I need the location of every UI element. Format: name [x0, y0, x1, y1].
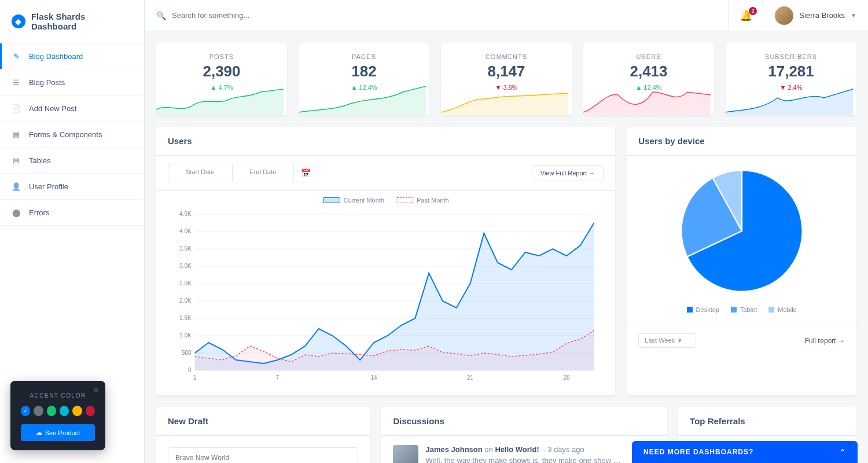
users-chart-area: Current Month Past Month 05001.0K1.5K2.0…	[156, 191, 615, 395]
svg-text:4.0K: 4.0K	[179, 228, 192, 234]
stat-value: 2,413	[594, 63, 704, 80]
users-chart-card: Users Start Date End Date 📅 View Full Re…	[156, 127, 615, 395]
nav-item-user-profile[interactable]: 👤User Profile	[0, 174, 144, 200]
discussions-title: Discussions	[381, 407, 667, 436]
chevron-up-icon: ⌃	[840, 448, 846, 456]
svg-text:1: 1	[193, 374, 197, 381]
stat-label: USERS	[594, 53, 704, 60]
stat-card-posts[interactable]: POSTS 2,390 ▲4.7%	[156, 43, 287, 115]
color-row: ✓	[21, 406, 95, 416]
stat-label: PAGES	[309, 53, 419, 60]
start-date-input[interactable]: Start Date	[168, 164, 233, 182]
user-menu[interactable]: Sierra Brooks ▼	[763, 0, 868, 31]
user-name: Sierra Brooks	[799, 11, 845, 20]
nav-item-blog-posts[interactable]: ☰Blog Posts	[0, 69, 144, 95]
topbar-right: 🔔 2 Sierra Brooks ▼	[729, 0, 868, 31]
nav-item-tables[interactable]: ▤Tables	[0, 148, 144, 174]
device-card-title: Users by device	[627, 127, 856, 156]
promo-bar[interactable]: NEED MORE DASHBOARDS? ⌃	[632, 441, 858, 463]
main: 🔍 🔔 2 Sierra Brooks ▼ POSTS 2,390 ▲4.7%	[145, 0, 868, 463]
svg-text:4.5K: 4.5K	[179, 211, 192, 217]
device-legend: Desktop Tablet Mobile	[687, 306, 797, 313]
svg-text:3.5K: 3.5K	[179, 245, 192, 252]
error-icon: ⬤	[12, 208, 21, 217]
draft-card-title: New Draft	[156, 407, 370, 436]
stat-card-comments[interactable]: COMMENTS 8,147 ▼3.8%	[441, 43, 572, 115]
plus-file-icon: 📄	[12, 104, 21, 113]
stat-label: COMMENTS	[451, 53, 561, 60]
cloud-icon: ☁	[36, 429, 42, 436]
search-wrap: 🔍	[145, 11, 729, 20]
users-card-title: Users	[156, 127, 615, 156]
grid-icon: ▦	[12, 130, 21, 139]
device-full-report-link[interactable]: Full report →	[805, 337, 845, 345]
brand-title: Flask Shards Dashboard	[31, 12, 133, 31]
brand-icon: ◆	[12, 14, 25, 28]
close-icon[interactable]: ✕	[93, 385, 100, 395]
svg-text:1.0K: 1.0K	[179, 332, 192, 339]
date-range: Start Date End Date 📅	[168, 164, 318, 182]
device-body: Desktop Tablet Mobile	[627, 156, 856, 325]
stat-card-users[interactable]: USERS 2,413 ▲12.4%	[583, 43, 714, 115]
end-date-input[interactable]: End Date	[233, 164, 295, 182]
svg-text:2.5K: 2.5K	[179, 280, 192, 286]
svg-text:0: 0	[188, 367, 192, 373]
table-icon: ▤	[12, 156, 21, 165]
stat-label: SUBSCRIBERS	[736, 53, 846, 60]
svg-text:21: 21	[467, 374, 474, 381]
nav-item-errors[interactable]: ⬤Errors	[0, 200, 144, 226]
stat-value: 2,390	[167, 63, 277, 80]
nav-item-add-post[interactable]: 📄Add New Post	[0, 95, 144, 122]
svg-text:7: 7	[276, 374, 279, 381]
color-dot[interactable]	[72, 406, 82, 416]
device-period-select[interactable]: Last Week ▾	[638, 333, 696, 348]
list-icon: ☰	[12, 78, 21, 87]
search-input[interactable]	[172, 11, 717, 20]
referrals-title: Top Referrals	[678, 407, 856, 436]
draft-title-input[interactable]	[168, 447, 358, 463]
users-toolbar: Start Date End Date 📅 View Full Report →	[156, 156, 615, 191]
color-dot[interactable]: ✓	[21, 406, 30, 416]
nav-item-blog-dashboard[interactable]: ✎Blog Dashboard	[0, 43, 144, 69]
caret-down-icon: ▼	[851, 12, 856, 19]
stat-card-subscribers[interactable]: SUBSCRIBERS 17,281 ▼2.4%	[726, 43, 856, 115]
color-dot[interactable]	[34, 406, 43, 416]
accent-color-popup: ✕ ACCENT COLOR ✓ ☁See Product	[10, 381, 105, 450]
stat-value: 182	[309, 63, 419, 80]
new-draft-card: New Draft	[156, 407, 370, 463]
svg-text:2.0K: 2.0K	[179, 297, 192, 304]
stat-label: POSTS	[167, 53, 277, 60]
stat-card-pages[interactable]: PAGES 182 ▲12.4%	[299, 43, 429, 115]
discussion-text: Well, the way they make shows is, they m…	[425, 456, 655, 463]
device-pie-chart	[678, 167, 806, 295]
stat-value: 17,281	[736, 63, 846, 80]
brand: ◆ Flask Shards Dashboard	[0, 0, 144, 43]
edit-icon: ✎	[12, 52, 21, 61]
users-line-chart: 05001.0K1.5K2.0K2.5K3.0K3.5K4.0K4.5K1714…	[168, 208, 604, 382]
color-dot[interactable]	[47, 406, 56, 416]
user-icon: 👤	[12, 182, 21, 191]
users-legend: Current Month Past Month	[168, 197, 604, 204]
topbar: 🔍 🔔 2 Sierra Brooks ▼	[145, 0, 868, 31]
avatar	[775, 6, 793, 25]
color-dot[interactable]	[60, 406, 69, 416]
content: POSTS 2,390 ▲4.7% PAGES 182 ▲12.4% COMME…	[145, 31, 868, 463]
discussions-card: Discussions James Johnson on Hello World…	[381, 407, 667, 463]
calendar-icon[interactable]: 📅	[294, 164, 318, 182]
notifications-button[interactable]: 🔔 2	[729, 0, 763, 31]
color-dot[interactable]	[86, 406, 95, 416]
device-footer: Last Week ▾ Full report →	[627, 325, 856, 356]
notification-badge: 2	[749, 7, 757, 15]
device-card: Users by device Desktop Tablet Mobile La…	[627, 127, 856, 395]
nav-item-forms[interactable]: ▦Forms & Components	[0, 122, 144, 148]
accent-title: ACCENT COLOR	[21, 392, 95, 399]
discussion-avatar	[393, 445, 418, 463]
view-full-report-button[interactable]: View Full Report →	[532, 165, 604, 181]
svg-text:500: 500	[182, 350, 192, 356]
discussion-item: James Johnson on Hello World! – 3 days a…	[381, 436, 667, 463]
nav: ✎Blog Dashboard ☰Blog Posts 📄Add New Pos…	[0, 43, 144, 226]
see-product-button[interactable]: ☁See Product	[21, 424, 95, 441]
discussion-meta: James Johnson on Hello World! – 3 days a…	[425, 445, 655, 454]
svg-text:28: 28	[564, 374, 571, 381]
stat-value: 8,147	[451, 63, 561, 80]
